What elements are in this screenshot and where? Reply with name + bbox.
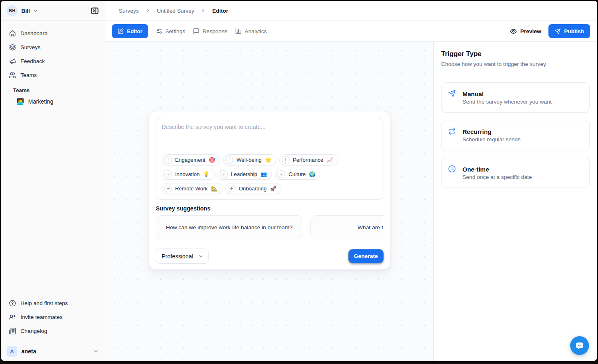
sliders-icon	[156, 28, 163, 34]
survey-description-input[interactable]	[162, 120, 377, 141]
sidebar-item-feedback[interactable]: Feedback	[6, 54, 100, 68]
sidebar-item-label: Changelog	[20, 328, 47, 334]
sidebar-item-teams[interactable]: Teams	[6, 68, 100, 82]
option-description: Schedule regular sends	[462, 136, 521, 142]
team-label: Marketing	[28, 98, 53, 105]
topic-chip-engagement[interactable]: Engagement 🎯	[162, 154, 220, 165]
help-circle-icon	[9, 300, 16, 307]
plus-icon	[220, 170, 228, 178]
team-emoji: 🧑‍💻	[16, 98, 24, 105]
layers-icon	[9, 44, 16, 51]
survey-composer-card: Engagement 🎯 Well-being 🌟 Performance	[149, 111, 390, 270]
plus-icon	[164, 156, 172, 164]
sidebar-item-marketing-team[interactable]: 🧑‍💻 Marketing	[6, 94, 100, 109]
option-title: Manual	[462, 90, 552, 97]
workspace-name: Bill	[21, 8, 30, 14]
clock-icon	[448, 165, 456, 173]
chat-launcher-button[interactable]	[570, 336, 589, 355]
suggestions-title: Survey suggestions	[156, 205, 383, 212]
breadcrumb-surveys[interactable]: Surveys	[119, 8, 139, 14]
chevron-right-icon	[200, 8, 206, 14]
plus-icon	[164, 185, 172, 192]
tab-settings[interactable]: Settings	[156, 28, 186, 34]
users-icon	[9, 72, 16, 79]
chat-bubble-icon	[575, 341, 584, 350]
plus-icon	[228, 185, 236, 192]
option-title: One-time	[462, 166, 532, 173]
topic-chip-performance[interactable]: Performance 📈	[279, 154, 338, 165]
chevron-down-icon	[198, 253, 204, 259]
generate-button[interactable]: Generate	[349, 249, 383, 263]
chevron-down-icon	[33, 8, 38, 14]
plus-icon	[225, 156, 233, 164]
user-plus-icon	[9, 314, 16, 321]
tab-editor[interactable]: Editor	[112, 24, 148, 38]
edit-icon	[118, 28, 124, 34]
sidebar-item-label: Dashboard	[20, 30, 48, 36]
sidebar-item-help[interactable]: Help and first steps	[6, 296, 100, 310]
newspaper-icon	[9, 328, 16, 335]
sidebar-item-dashboard[interactable]: Dashboard	[6, 26, 100, 40]
editor-canvas: Engagement 🎯 Well-being 🌟 Performance	[105, 42, 433, 361]
workspace-switcher[interactable]: BH Bill	[1, 1, 105, 21]
home-icon	[9, 30, 16, 37]
account-avatar: A	[7, 346, 17, 357]
trigger-option-manual[interactable]: Manual Send the survey whenever you want	[441, 82, 590, 113]
panel-toggle-icon	[91, 7, 99, 15]
breadcrumb-untitled-survey[interactable]: Untitled Survey	[157, 8, 195, 14]
chevron-right-icon	[145, 8, 151, 14]
topic-chip-well-being[interactable]: Well-being 🌟	[223, 154, 276, 165]
sidebar-item-label: Feedback	[20, 58, 45, 64]
sidebar-collapse-button[interactable]	[89, 5, 100, 16]
prompt-box: Engagement 🎯 Well-being 🌟 Performance	[156, 118, 383, 200]
account-name: aneta	[21, 348, 36, 355]
panel-title: Trigger Type	[441, 50, 590, 58]
megaphone-icon	[8, 57, 17, 66]
sidebar-item-label: Teams	[20, 72, 37, 78]
tone-select[interactable]: Professional	[156, 249, 209, 264]
sidebar-item-label: Help and first steps	[20, 300, 68, 306]
option-description: Send once at a specific date	[462, 174, 532, 180]
trigger-option-recurring[interactable]: Recurring Schedule regular sends	[441, 120, 590, 150]
send-icon	[448, 90, 456, 97]
plus-icon	[277, 170, 285, 178]
breadcrumb-editor: Editor	[212, 8, 228, 14]
tab-analytics[interactable]: Analytics	[235, 28, 267, 34]
message-square-icon	[193, 28, 199, 34]
topic-chip-remote-work[interactable]: Remote Work 🏡	[162, 183, 222, 194]
bar-chart-icon	[235, 28, 242, 34]
workspace-avatar: BH	[7, 5, 18, 16]
topic-chip-culture[interactable]: Culture 🌍	[275, 169, 320, 180]
app-window: BH Bill Dashboard Surveys	[1, 1, 597, 361]
sidebar-item-label: Invite teammates	[20, 314, 63, 320]
plus-icon	[282, 156, 290, 164]
account-menu[interactable]: A aneta	[7, 346, 99, 357]
sidebar-item-label: Surveys	[20, 44, 41, 50]
sidebar: BH Bill Dashboard Surveys	[1, 1, 105, 361]
trigger-type-panel: Trigger Type Choose how you want to trig…	[433, 42, 597, 361]
repeat-icon	[448, 127, 456, 135]
topic-chip-onboarding[interactable]: Onboarding 🚀	[225, 183, 281, 194]
publish-button[interactable]: Publish	[548, 24, 590, 38]
eye-icon	[510, 28, 517, 35]
chevron-down-icon	[93, 348, 99, 355]
sidebar-nav: Dashboard Surveys Feedback Teams	[1, 21, 105, 109]
composer-footer: Professional Generate	[149, 243, 390, 269]
suggestions-row: How can we improve work-life balance in …	[156, 215, 383, 239]
topic-chip-innovation[interactable]: Innovation 💡	[162, 169, 215, 180]
topic-chips: Engagement 🎯 Well-being 🌟 Performance	[162, 154, 377, 194]
trigger-option-one-time[interactable]: One-time Send once at a specific date	[441, 158, 590, 188]
suggestion-card[interactable]: What are the main ob	[310, 215, 383, 239]
option-description: Send the survey whenever you want	[462, 99, 552, 105]
suggestion-card[interactable]: How can we improve work-life balance in …	[156, 215, 303, 239]
plus-icon	[164, 170, 172, 178]
preview-button[interactable]: Preview	[510, 28, 541, 35]
sidebar-item-changelog[interactable]: Changelog	[6, 324, 100, 338]
sidebar-item-invite[interactable]: Invite teammates	[6, 310, 100, 324]
sidebar-footer-nav: Help and first steps Invite teammates Ch…	[1, 294, 105, 338]
sidebar-item-surveys[interactable]: Surveys	[6, 40, 100, 54]
tab-response[interactable]: Response	[193, 28, 227, 34]
breadcrumb: Surveys Untitled Survey Editor	[105, 1, 597, 21]
option-title: Recurring	[462, 128, 521, 135]
topic-chip-leadership[interactable]: Leadership 👥	[217, 169, 272, 180]
